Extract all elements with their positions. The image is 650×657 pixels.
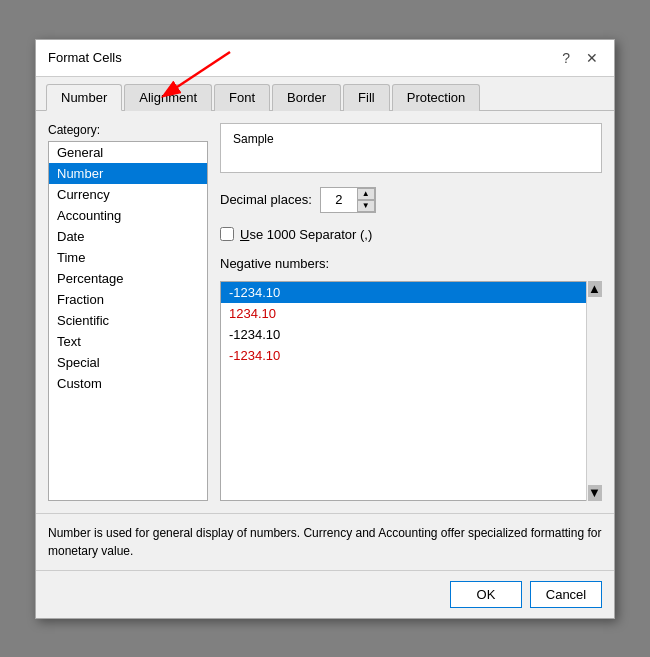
neg-item-1[interactable]: -1234.10 xyxy=(221,282,601,303)
tab-font[interactable]: Font xyxy=(214,84,270,111)
separator-label[interactable]: Use 1000 Separator (,) xyxy=(240,227,372,242)
right-panel: Sample Decimal places: 2 ▲ ▼ Use 1000 Se… xyxy=(220,123,602,501)
spinner-up[interactable]: ▲ xyxy=(357,188,375,200)
left-panel: Category: General Number Currency Accoun… xyxy=(48,123,208,501)
neg-item-3[interactable]: -1234.10 xyxy=(221,324,601,345)
neg-item-2[interactable]: 1234.10 xyxy=(221,303,601,324)
ok-button[interactable]: OK xyxy=(450,581,522,608)
separator-row: Use 1000 Separator (,) xyxy=(220,227,602,242)
tab-protection[interactable]: Protection xyxy=(392,84,481,111)
main-content: Category: General Number Currency Accoun… xyxy=(36,111,614,513)
scroll-up-btn[interactable]: ▲ xyxy=(588,281,602,297)
tab-fill[interactable]: Fill xyxy=(343,84,390,111)
category-label: Category: xyxy=(48,123,208,137)
footer: OK Cancel xyxy=(36,570,614,618)
negative-list-wrapper: -1234.10 1234.10 -1234.10 -1234.10 ▲ ▼ xyxy=(220,281,602,501)
sample-label: Sample xyxy=(233,132,589,146)
neg-item-4[interactable]: -1234.10 xyxy=(221,345,601,366)
scrollbar[interactable]: ▲ ▼ xyxy=(586,281,602,501)
help-button[interactable]: ? xyxy=(558,48,574,68)
title-bar: Format Cells ? ✕ xyxy=(36,40,614,77)
category-item-general[interactable]: General xyxy=(49,142,207,163)
format-cells-dialog: Format Cells ? ✕ Number Alignment Font B… xyxy=(35,39,615,619)
category-item-number[interactable]: Number xyxy=(49,163,207,184)
decimal-spinner[interactable]: 2 ▲ ▼ xyxy=(320,187,376,213)
separator-checkbox[interactable] xyxy=(220,227,234,241)
tab-bar: Number Alignment Font Border Fill Protec… xyxy=(36,77,614,111)
tab-number[interactable]: Number xyxy=(46,84,122,111)
category-item-accounting[interactable]: Accounting xyxy=(49,205,207,226)
decimal-input[interactable]: 2 xyxy=(321,190,357,209)
category-item-special[interactable]: Special xyxy=(49,352,207,373)
cancel-button[interactable]: Cancel xyxy=(530,581,602,608)
category-list[interactable]: General Number Currency Accounting Date … xyxy=(48,141,208,501)
description-text: Number is used for general display of nu… xyxy=(48,526,601,558)
decimal-row: Decimal places: 2 ▲ ▼ xyxy=(220,187,602,213)
description-area: Number is used for general display of nu… xyxy=(36,513,614,570)
tab-alignment[interactable]: Alignment xyxy=(124,84,212,111)
category-item-scientific[interactable]: Scientific xyxy=(49,310,207,331)
dialog-title: Format Cells xyxy=(48,50,122,65)
close-button[interactable]: ✕ xyxy=(582,48,602,68)
spinner-down[interactable]: ▼ xyxy=(357,200,375,212)
tab-border[interactable]: Border xyxy=(272,84,341,111)
sample-section: Sample xyxy=(220,123,602,173)
scroll-down-btn[interactable]: ▼ xyxy=(588,485,602,501)
negative-label: Negative numbers: xyxy=(220,256,602,271)
category-item-currency[interactable]: Currency xyxy=(49,184,207,205)
category-item-percentage[interactable]: Percentage xyxy=(49,268,207,289)
category-item-text[interactable]: Text xyxy=(49,331,207,352)
spinner-buttons: ▲ ▼ xyxy=(357,188,375,212)
category-item-custom[interactable]: Custom xyxy=(49,373,207,394)
category-item-fraction[interactable]: Fraction xyxy=(49,289,207,310)
decimal-label: Decimal places: xyxy=(220,192,312,207)
negative-list[interactable]: -1234.10 1234.10 -1234.10 -1234.10 xyxy=(220,281,602,501)
title-bar-controls: ? ✕ xyxy=(558,48,602,68)
category-item-time[interactable]: Time xyxy=(49,247,207,268)
category-item-date[interactable]: Date xyxy=(49,226,207,247)
